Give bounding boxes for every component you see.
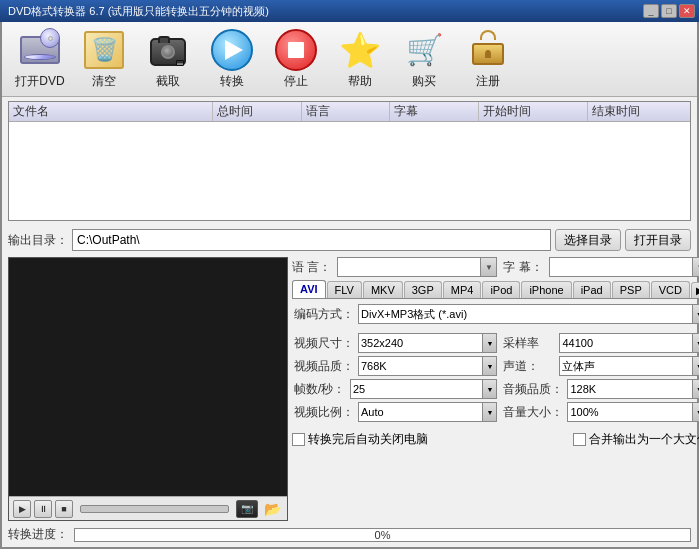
- preview-area: [9, 258, 287, 496]
- volume-value: 100%: [568, 406, 691, 418]
- codec-combo[interactable]: DivX+MP3格式 (*.avi) ▼: [358, 304, 699, 324]
- col-duration: 总时间: [213, 102, 302, 121]
- maximize-button[interactable]: □: [661, 4, 677, 18]
- settings-panel: 语 言： ▼ 字 幕： ▼ AVI FLV MKV 3GP MP4 iPod: [292, 257, 699, 521]
- stop-label: 停止: [284, 73, 308, 90]
- lang-row: 语 言： ▼ 字 幕： ▼: [292, 257, 699, 277]
- video-quality-arrow: ▼: [482, 357, 496, 375]
- seek-bar[interactable]: [80, 505, 229, 513]
- stop-preview-button[interactable]: ■: [55, 500, 73, 518]
- convert-icon: [210, 28, 254, 72]
- clear-label: 清空: [92, 73, 116, 90]
- buy-label: 购买: [412, 73, 436, 90]
- tab-iphone[interactable]: iPhone: [521, 281, 571, 298]
- output-path-input[interactable]: [72, 229, 551, 251]
- fps-combo[interactable]: 25 ▼: [350, 379, 497, 399]
- convert-button[interactable]: 转换: [202, 26, 262, 92]
- tab-mp4[interactable]: MP4: [443, 281, 482, 298]
- bottom-section: ▶ ⏸ ■ 📷 📂 语 言： ▼ 字 幕：: [8, 257, 691, 521]
- audio-quality-label: 音频品质：: [503, 381, 563, 398]
- tab-avi[interactable]: AVI: [292, 280, 326, 298]
- tab-3gp[interactable]: 3GP: [404, 281, 442, 298]
- codec-label: 编码方式：: [294, 306, 354, 323]
- sample-rate-value: 44100: [560, 337, 691, 349]
- close-button[interactable]: ✕: [679, 4, 695, 18]
- tab-vcd[interactable]: VCD: [651, 281, 690, 298]
- subtitle-arrow: ▼: [692, 258, 699, 276]
- clear-icon: 🗑️: [82, 28, 126, 72]
- language-label: 语 言：: [292, 259, 331, 276]
- aspect-row: 视频比例： Auto ▼: [294, 402, 497, 422]
- register-icon: [466, 28, 510, 72]
- capture-button[interactable]: ▬ 截取: [138, 26, 198, 92]
- volume-row: 音量大小： 100% ▼: [503, 402, 699, 422]
- video-quality-row: 视频品质： 768K ▼: [294, 356, 497, 376]
- tab-mkv[interactable]: MKV: [363, 281, 403, 298]
- video-quality-label: 视频品质：: [294, 358, 354, 375]
- subtitle-combo[interactable]: ▼: [549, 257, 699, 277]
- language-combo[interactable]: ▼: [337, 257, 497, 277]
- open-dvd-label: 打开DVD: [15, 73, 64, 90]
- merge-checkbox[interactable]: [573, 433, 586, 446]
- merge-label: 合并输出为一个大文件: [589, 431, 699, 448]
- shutdown-checkbox-item[interactable]: 转换完后自动关闭电脑: [292, 431, 428, 448]
- settings-grid: 视频尺寸： 352x240 ▼ 采样率 44100 ▼ 视频品质：: [292, 329, 699, 426]
- capture-icon: ▬: [146, 28, 190, 72]
- play-button[interactable]: ▶: [13, 500, 31, 518]
- video-size-arrow: ▼: [482, 334, 496, 352]
- title-text: DVD格式转换器 6.7 (试用版只能转换出五分钟的视频): [4, 4, 269, 19]
- file-list-body: [9, 122, 690, 219]
- capture-label: 截取: [156, 73, 180, 90]
- sample-rate-combo[interactable]: 44100 ▼: [559, 333, 699, 353]
- select-dir-button[interactable]: 选择目录: [555, 229, 621, 251]
- tab-ipod[interactable]: iPod: [482, 281, 520, 298]
- title-bar: DVD格式转换器 6.7 (试用版只能转换出五分钟的视频) _ □ ✕: [0, 0, 699, 22]
- codec-value: DivX+MP3格式 (*.avi): [359, 307, 692, 322]
- video-size-combo[interactable]: 352x240 ▼: [358, 333, 497, 353]
- audio-quality-combo[interactable]: 128K ▼: [567, 379, 699, 399]
- preview-controls: ▶ ⏸ ■ 📷 📂: [9, 496, 287, 520]
- tab-flv[interactable]: FLV: [327, 281, 362, 298]
- folder-button[interactable]: 📂: [261, 500, 283, 518]
- help-button[interactable]: ⭐ 帮助: [330, 26, 390, 92]
- merge-checkbox-item[interactable]: 合并输出为一个大文件: [573, 431, 699, 448]
- col-subtitle: 字幕: [390, 102, 479, 121]
- sample-rate-arrow: ▼: [692, 334, 699, 352]
- convert-label: 转换: [220, 73, 244, 90]
- audio-quality-arrow: ▼: [692, 380, 699, 398]
- stop-button[interactable]: 停止: [266, 26, 326, 92]
- col-end: 结束时间: [588, 102, 690, 121]
- minimize-button[interactable]: _: [643, 4, 659, 18]
- sample-rate-row: 采样率 44100 ▼: [503, 333, 699, 353]
- register-button[interactable]: 注册: [458, 26, 518, 92]
- col-filename: 文件名: [9, 102, 213, 121]
- pause-button[interactable]: ⏸: [34, 500, 52, 518]
- tab-psp[interactable]: PSP: [612, 281, 650, 298]
- screenshot-button[interactable]: 📷: [236, 500, 258, 518]
- help-icon: ⭐: [338, 28, 382, 72]
- window-controls: _ □ ✕: [643, 4, 695, 18]
- video-quality-combo[interactable]: 768K ▼: [358, 356, 497, 376]
- tab-more[interactable]: ▶: [691, 282, 699, 298]
- audio-channel-combo[interactable]: 立体声 ▼: [559, 356, 699, 376]
- clear-button[interactable]: 🗑️ 清空: [74, 26, 134, 92]
- audio-quality-value: 128K: [568, 383, 691, 395]
- open-dvd-button[interactable]: 打开DVD: [10, 26, 70, 92]
- aspect-combo[interactable]: Auto ▼: [358, 402, 497, 422]
- open-dir-button[interactable]: 打开目录: [625, 229, 691, 251]
- volume-combo[interactable]: 100% ▼: [567, 402, 699, 422]
- language-value: [338, 258, 480, 276]
- audio-channel-arrow: ▼: [692, 357, 699, 375]
- progress-text: 0%: [75, 529, 690, 541]
- language-arrow: ▼: [480, 258, 496, 276]
- col-language: 语言: [302, 102, 391, 121]
- codec-row: 编码方式： DivX+MP3格式 (*.avi) ▼: [292, 302, 699, 326]
- buy-button[interactable]: 🛒 购买: [394, 26, 454, 92]
- video-size-label: 视频尺寸：: [294, 335, 354, 352]
- progress-section: 转换进度： 0%: [8, 526, 691, 543]
- shutdown-label: 转换完后自动关闭电脑: [308, 431, 428, 448]
- fps-arrow: ▼: [482, 380, 496, 398]
- tab-ipad[interactable]: iPad: [573, 281, 611, 298]
- subtitle-value: [550, 258, 692, 276]
- shutdown-checkbox[interactable]: [292, 433, 305, 446]
